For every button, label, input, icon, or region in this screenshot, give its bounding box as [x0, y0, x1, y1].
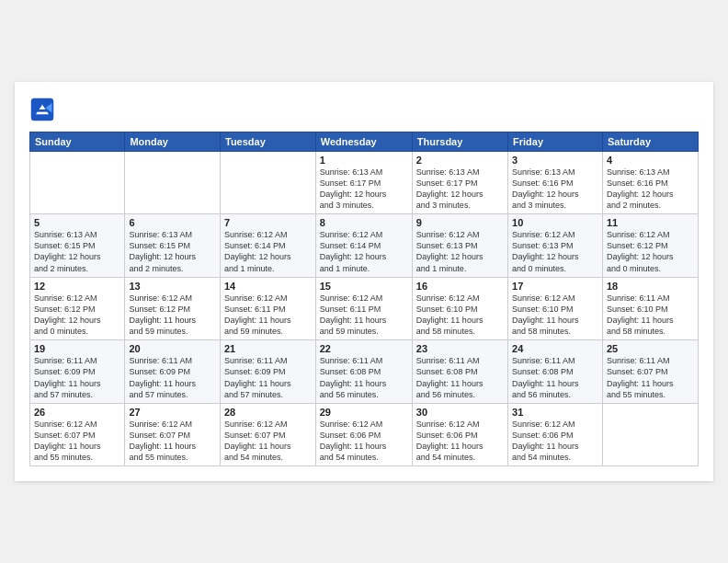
cell-info-text: Sunrise: 6:11 AM Sunset: 6:09 PM Dayligh… — [34, 355, 120, 400]
cell-info-text: Sunrise: 6:12 AM Sunset: 6:12 PM Dayligh… — [607, 229, 694, 274]
cell-info-text: Sunrise: 6:13 AM Sunset: 6:15 PM Dayligh… — [129, 229, 216, 274]
cell-day-number: 10 — [512, 217, 598, 228]
weekday-header-row: SundayMondayTuesdayWednesdayThursdayFrid… — [30, 132, 699, 151]
cell-day-number: 1 — [320, 155, 408, 166]
calendar-cell: 11Sunrise: 6:12 AM Sunset: 6:12 PM Dayli… — [602, 214, 698, 278]
cell-day-number: 5 — [34, 217, 120, 228]
cell-info-text: Sunrise: 6:13 AM Sunset: 6:15 PM Dayligh… — [34, 229, 120, 274]
cell-day-number: 30 — [416, 407, 504, 418]
cell-info-text: Sunrise: 6:12 AM Sunset: 6:12 PM Dayligh… — [34, 293, 120, 338]
weekday-header: Thursday — [412, 132, 507, 151]
calendar-cell: 7Sunrise: 6:12 AM Sunset: 6:14 PM Daylig… — [220, 214, 315, 278]
calendar-cell: 13Sunrise: 6:12 AM Sunset: 6:12 PM Dayli… — [125, 277, 221, 340]
cell-day-number: 6 — [129, 217, 216, 228]
cell-info-text: Sunrise: 6:13 AM Sunset: 6:16 PM Dayligh… — [512, 167, 598, 212]
cell-info-text: Sunrise: 6:12 AM Sunset: 6:06 PM Dayligh… — [416, 419, 504, 464]
cell-day-number: 22 — [320, 343, 408, 354]
cell-info-text: Sunrise: 6:11 AM Sunset: 6:08 PM Dayligh… — [512, 355, 598, 400]
cell-info-text: Sunrise: 6:11 AM Sunset: 6:10 PM Dayligh… — [607, 293, 694, 338]
calendar-cell: 21Sunrise: 6:11 AM Sunset: 6:09 PM Dayli… — [220, 340, 315, 404]
calendar-cell: 14Sunrise: 6:12 AM Sunset: 6:11 PM Dayli… — [220, 277, 315, 340]
cell-info-text: Sunrise: 6:12 AM Sunset: 6:13 PM Dayligh… — [512, 229, 598, 274]
weekday-header: Sunday — [30, 132, 125, 151]
calendar-cell — [125, 151, 221, 214]
cell-day-number: 25 — [607, 343, 694, 354]
calendar-week-row: 26Sunrise: 6:12 AM Sunset: 6:07 PM Dayli… — [30, 403, 699, 466]
cell-day-number: 31 — [512, 407, 598, 418]
cell-info-text: Sunrise: 6:11 AM Sunset: 6:09 PM Dayligh… — [224, 355, 312, 400]
calendar-week-row: 19Sunrise: 6:11 AM Sunset: 6:09 PM Dayli… — [30, 340, 699, 404]
cell-info-text: Sunrise: 6:12 AM Sunset: 6:06 PM Dayligh… — [512, 419, 598, 464]
cell-info-text: Sunrise: 6:12 AM Sunset: 6:13 PM Dayligh… — [416, 229, 504, 274]
cell-day-number: 19 — [34, 343, 120, 354]
cell-day-number: 4 — [607, 155, 694, 166]
cell-info-text: Sunrise: 6:13 AM Sunset: 6:17 PM Dayligh… — [320, 167, 408, 212]
cell-info-text: Sunrise: 6:12 AM Sunset: 6:10 PM Dayligh… — [512, 293, 598, 338]
calendar-cell: 30Sunrise: 6:12 AM Sunset: 6:06 PM Dayli… — [412, 403, 507, 466]
calendar-cell: 3Sunrise: 6:13 AM Sunset: 6:16 PM Daylig… — [508, 151, 603, 214]
cell-day-number: 3 — [512, 155, 598, 166]
weekday-header: Tuesday — [220, 132, 315, 151]
weekday-header: Monday — [125, 132, 221, 151]
cell-info-text: Sunrise: 6:12 AM Sunset: 6:07 PM Dayligh… — [34, 419, 120, 464]
cell-info-text: Sunrise: 6:12 AM Sunset: 6:10 PM Dayligh… — [416, 293, 504, 338]
cell-day-number: 20 — [129, 343, 216, 354]
calendar-grid: SundayMondayTuesdayWednesdayThursdayFrid… — [29, 132, 699, 467]
cell-info-text: Sunrise: 6:12 AM Sunset: 6:14 PM Dayligh… — [320, 229, 408, 274]
cell-day-number: 16 — [416, 281, 504, 292]
cell-day-number: 29 — [320, 407, 408, 418]
calendar-cell: 19Sunrise: 6:11 AM Sunset: 6:09 PM Dayli… — [30, 340, 125, 404]
calendar-cell: 1Sunrise: 6:13 AM Sunset: 6:17 PM Daylig… — [315, 151, 412, 214]
calendar-cell: 29Sunrise: 6:12 AM Sunset: 6:06 PM Dayli… — [315, 403, 412, 466]
cell-info-text: Sunrise: 6:11 AM Sunset: 6:09 PM Dayligh… — [129, 355, 216, 400]
cell-day-number: 17 — [512, 281, 598, 292]
cell-info-text: Sunrise: 6:11 AM Sunset: 6:07 PM Dayligh… — [607, 355, 694, 400]
calendar-cell: 9Sunrise: 6:12 AM Sunset: 6:13 PM Daylig… — [412, 214, 507, 278]
calendar-cell: 16Sunrise: 6:12 AM Sunset: 6:10 PM Dayli… — [412, 277, 507, 340]
calendar-cell — [220, 151, 315, 214]
calendar-week-row: 12Sunrise: 6:12 AM Sunset: 6:12 PM Dayli… — [30, 277, 699, 340]
cell-info-text: Sunrise: 6:12 AM Sunset: 6:12 PM Dayligh… — [129, 293, 216, 338]
calendar-cell — [602, 403, 698, 466]
cell-info-text: Sunrise: 6:12 AM Sunset: 6:11 PM Dayligh… — [320, 293, 408, 338]
calendar-cell: 18Sunrise: 6:11 AM Sunset: 6:10 PM Dayli… — [602, 277, 698, 340]
calendar-week-row: 5Sunrise: 6:13 AM Sunset: 6:15 PM Daylig… — [30, 214, 699, 278]
calendar-cell: 31Sunrise: 6:12 AM Sunset: 6:06 PM Dayli… — [508, 403, 603, 466]
calendar-cell: 23Sunrise: 6:11 AM Sunset: 6:08 PM Dayli… — [412, 340, 507, 404]
cell-day-number: 11 — [607, 217, 694, 228]
cell-info-text: Sunrise: 6:12 AM Sunset: 6:07 PM Dayligh… — [129, 419, 216, 464]
calendar-cell: 27Sunrise: 6:12 AM Sunset: 6:07 PM Dayli… — [125, 403, 221, 466]
calendar-cell — [30, 151, 125, 214]
weekday-header: Friday — [508, 132, 603, 151]
cell-day-number: 2 — [416, 155, 504, 166]
svg-rect-2 — [38, 109, 48, 112]
cell-day-number: 8 — [320, 217, 408, 228]
cell-day-number: 14 — [224, 281, 312, 292]
calendar-week-row: 1Sunrise: 6:13 AM Sunset: 6:17 PM Daylig… — [30, 151, 699, 214]
calendar-cell: 12Sunrise: 6:12 AM Sunset: 6:12 PM Dayli… — [30, 277, 125, 340]
cell-info-text: Sunrise: 6:11 AM Sunset: 6:08 PM Dayligh… — [320, 355, 408, 400]
calendar-cell: 6Sunrise: 6:13 AM Sunset: 6:15 PM Daylig… — [125, 214, 221, 278]
cell-day-number: 12 — [34, 281, 120, 292]
cell-day-number: 15 — [320, 281, 408, 292]
calendar-cell: 8Sunrise: 6:12 AM Sunset: 6:14 PM Daylig… — [315, 214, 412, 278]
calendar-cell: 2Sunrise: 6:13 AM Sunset: 6:17 PM Daylig… — [412, 151, 507, 214]
calendar-cell: 22Sunrise: 6:11 AM Sunset: 6:08 PM Dayli… — [315, 340, 412, 404]
cell-day-number: 24 — [512, 343, 598, 354]
cell-info-text: Sunrise: 6:13 AM Sunset: 6:16 PM Dayligh… — [607, 167, 694, 212]
cell-day-number: 9 — [416, 217, 504, 228]
calendar-cell: 25Sunrise: 6:11 AM Sunset: 6:07 PM Dayli… — [602, 340, 698, 404]
cell-day-number: 7 — [224, 217, 312, 228]
calendar-container: SundayMondayTuesdayWednesdayThursdayFrid… — [15, 82, 713, 482]
calendar-cell: 15Sunrise: 6:12 AM Sunset: 6:11 PM Dayli… — [315, 277, 412, 340]
cell-day-number: 13 — [129, 281, 216, 292]
cell-info-text: Sunrise: 6:11 AM Sunset: 6:08 PM Dayligh… — [416, 355, 504, 400]
header-section — [29, 97, 699, 122]
cell-info-text: Sunrise: 6:12 AM Sunset: 6:06 PM Dayligh… — [320, 419, 408, 464]
logo — [29, 97, 59, 122]
cell-day-number: 23 — [416, 343, 504, 354]
calendar-cell: 17Sunrise: 6:12 AM Sunset: 6:10 PM Dayli… — [508, 277, 603, 340]
cell-info-text: Sunrise: 6:12 AM Sunset: 6:07 PM Dayligh… — [224, 419, 312, 464]
calendar-cell: 20Sunrise: 6:11 AM Sunset: 6:09 PM Dayli… — [125, 340, 221, 404]
weekday-header: Saturday — [602, 132, 698, 151]
